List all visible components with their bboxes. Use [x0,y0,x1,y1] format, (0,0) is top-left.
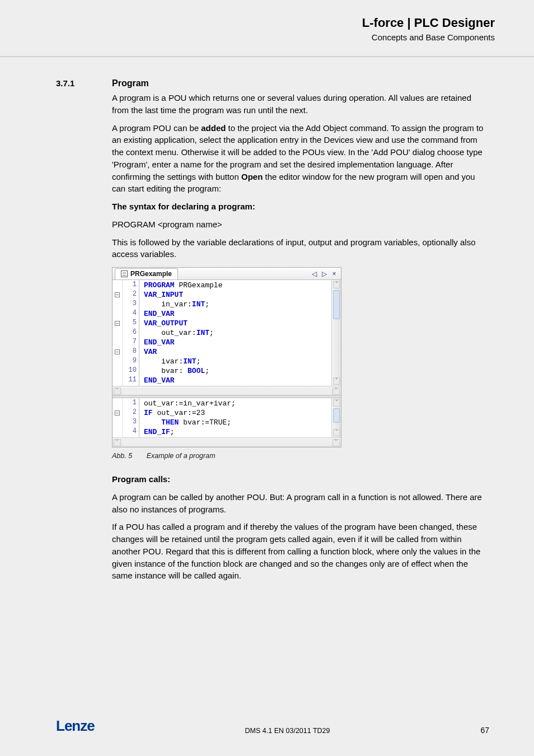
tab-bar: PRGexample ◁ ▷ × [113,268,341,280]
line-number: 10 [123,366,137,375]
header-band: L-force | PLC Designer Concepts and Base… [0,0,534,62]
scroll-down-icon[interactable]: ˅ [333,377,340,385]
code-line[interactable]: END_VAR [144,338,328,347]
code-line[interactable]: bvar: BOOL; [144,366,328,376]
fold-minus-icon[interactable] [115,292,120,297]
scroll-up-icon[interactable]: ˄ [333,399,340,407]
code-editor: PRGexample ◁ ▷ × 1234567891011 PROGRAM P… [112,267,341,447]
line-number: 4 [123,427,137,436]
line-number: 11 [123,375,137,385]
code-line[interactable]: END_IF; [144,427,328,437]
line-number: 5 [123,318,137,328]
scroll-up-icon[interactable]: ˄ [333,281,340,288]
scroll-right-icon[interactable]: ˃ [332,439,340,446]
scrollbar-track[interactable] [123,388,331,394]
code-line[interactable]: VAR_INPUT [144,290,328,300]
code-line[interactable]: VAR [144,347,328,357]
text-bold: added [201,123,226,133]
section-title: Program [112,78,149,88]
section-number: 3.7.1 [56,78,112,88]
line-number: 1 [123,280,137,290]
line-number: 1 [123,398,137,408]
tab-label: PRGexample [130,270,172,278]
code-area[interactable]: PROGRAM PRGexampleVAR_INPUT in_var:INT;E… [139,280,331,386]
paragraph: A program POU can be added to the projec… [112,122,489,195]
tabnav-close-icon[interactable]: × [330,270,338,278]
line-number: 7 [123,337,137,347]
code-line: PROGRAM <program name> [112,218,489,231]
scrollbar-thumb[interactable] [333,290,340,319]
code-line[interactable]: PROGRAM PRGexample [144,281,328,290]
line-number: 4 [123,309,137,318]
header-subtitle: Concepts and Base Components [362,32,495,42]
text-bold: Open [241,172,263,181]
implementation-pane: 1234 out_var:=in_var+ivar;IF out_var:=23… [113,398,341,437]
scroll-down-icon[interactable]: ˅ [333,429,340,436]
line-number: 3 [123,417,137,427]
declaration-pane: 1234567891011 PROGRAM PRGexampleVAR_INPU… [113,280,341,386]
line-number: 8 [123,347,137,356]
logo: Lenze [56,717,95,735]
scroll-left-icon[interactable]: ˂ [114,388,121,395]
paragraph: If a POU has called a program and if the… [112,521,489,582]
horizontal-scrollbar[interactable]: ˂ ˃ [113,437,341,447]
header-rule [0,56,534,57]
horizontal-scrollbar[interactable]: ˂ ˃ [113,386,341,395]
fold-minus-icon[interactable] [115,349,120,354]
subheading: Program calls: [112,473,489,486]
code-line[interactable]: out_var:=in_var+ivar; [144,399,328,408]
vertical-scrollbar[interactable]: ˄ ˅ [331,280,341,386]
code-line[interactable]: IF out_var:=23 [144,408,328,418]
code-line[interactable]: VAR_OUTPUT [144,319,328,328]
subheading: The syntax for declaring a program: [112,200,489,213]
scroll-left-icon[interactable]: ˂ [114,439,121,446]
paragraph: A program is a POU which returns one or … [112,92,489,116]
page-number: 67 [480,726,489,735]
scrollbar-track[interactable] [123,439,331,446]
tabnav-right-icon[interactable]: ▷ [320,270,328,278]
code-line[interactable]: THEN bvar:=TRUE; [144,418,328,427]
scroll-right-icon[interactable]: ˃ [332,388,340,395]
fold-minus-icon[interactable] [115,321,120,326]
code-area[interactable]: out_var:=in_var+ivar;IF out_var:=23 THEN… [139,398,331,437]
code-line[interactable]: END_VAR [144,376,328,385]
line-number: 9 [123,356,137,366]
code-line[interactable]: END_VAR [144,309,328,319]
tab-prgexample[interactable]: PRGexample [115,268,178,279]
vertical-scrollbar[interactable]: ˄ ˅ [331,398,341,437]
figure-caption: Abb. 5 Example of a program [112,452,489,460]
scrollbar-thumb[interactable] [333,408,340,423]
text: A program POU can be [112,123,201,133]
line-number: 2 [123,290,137,299]
tabnav-left-icon[interactable]: ◁ [310,270,318,278]
footer-docid: DMS 4.1 EN 03/2011 TD29 [245,727,330,735]
caption-number: Abb. 5 [112,452,132,460]
paragraph: A program can be called by another POU. … [112,491,489,516]
code-line[interactable]: in_var:INT; [144,300,328,309]
code-line[interactable]: ivar:INT; [144,357,328,366]
line-number: 3 [123,299,137,309]
header-title: L-force | PLC Designer [362,16,495,30]
code-line[interactable]: out_var:INT; [144,328,328,338]
fold-minus-icon[interactable] [115,410,120,416]
paragraph: This is followed by the variable declara… [112,236,489,261]
caption-text: Example of a program [147,452,216,460]
document-icon [121,270,128,277]
line-number: 2 [123,408,137,417]
line-number: 6 [123,328,137,337]
